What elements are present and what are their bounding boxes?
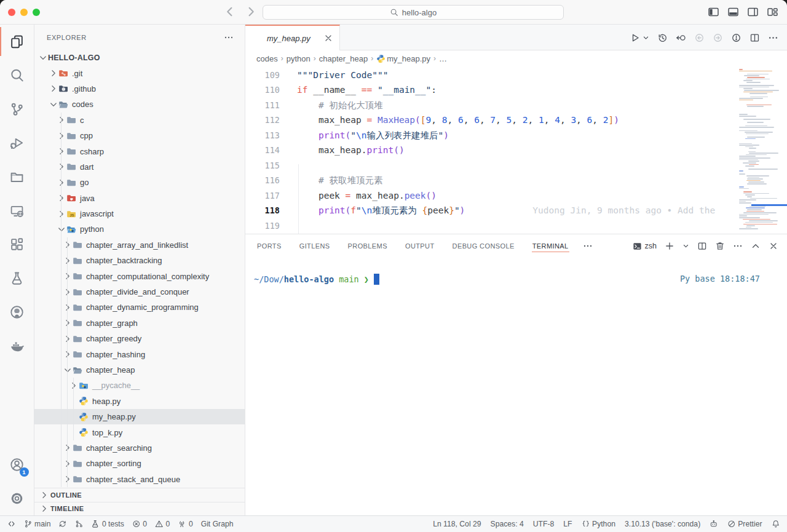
panel-tab-output[interactable]: OUTPUT [405, 236, 435, 256]
tree-item-chapter-searching[interactable]: chapter_searching [34, 440, 245, 456]
file-history-icon[interactable] [657, 33, 668, 43]
toggle-secondary-sidebar-icon[interactable] [747, 6, 759, 18]
run-debug-icon[interactable] [0, 126, 34, 160]
status-cursor-position[interactable]: Ln 118, Col 29 [433, 520, 481, 528]
panel-more-tabs-icon[interactable] [583, 241, 593, 251]
timeline-section[interactable]: TIMELINE [34, 502, 245, 516]
tree-item--git[interactable]: .git [34, 65, 245, 81]
status-eol[interactable]: LF [563, 520, 572, 528]
new-terminal-icon[interactable] [665, 241, 674, 251]
minimize-window-button[interactable] [20, 9, 28, 16]
nav-back-icon[interactable] [223, 5, 236, 18]
tree-item-dart[interactable]: dart [34, 159, 245, 175]
panel-tab-gitlens[interactable]: GITLENS [299, 236, 331, 256]
nav-forward-icon[interactable] [245, 5, 258, 18]
settings-gear-icon[interactable] [0, 482, 34, 515]
status-copilot[interactable] [710, 520, 718, 528]
status-errors[interactable]: 0 [132, 520, 147, 528]
status-remote-indicator[interactable] [7, 520, 16, 528]
status-git-branch[interactable]: main [24, 520, 51, 528]
tree-item-cpp[interactable]: cpp [34, 128, 245, 143]
tree-item-top-k-py[interactable]: top_k.py [34, 424, 245, 440]
outline-section[interactable]: OUTLINE [34, 488, 245, 502]
tree-item-chapter-dynamic-programming[interactable]: chapter_dynamic_programming [34, 300, 245, 315]
tree-item-hello-algo[interactable]: HELLO-ALGO [34, 50, 245, 65]
run-python-file-icon[interactable] [630, 33, 640, 43]
code-editor[interactable]: 109"""Driver Code"""110if __name__ == "_… [245, 66, 787, 234]
tree-item-javascript[interactable]: JSjavascript [34, 206, 245, 221]
tree-item-python[interactable]: python [34, 221, 245, 237]
tree-item-my-heap-py[interactable]: my_heap.py [34, 409, 245, 424]
tree-item-chapter-divide-and-conquer[interactable]: chapter_divide_and_conquer [34, 284, 245, 300]
tree-item-chapter-greedy[interactable]: chapter_greedy [34, 331, 245, 346]
tab-my-heap[interactable]: my_heap.py [245, 25, 340, 50]
status-indentation[interactable]: Spaces: 4 [491, 520, 524, 528]
command-center-search[interactable]: hello-algo [263, 5, 564, 20]
terminal-view[interactable]: ~/Dow/hello-algo main ❯ Py base 18:18:47 [245, 258, 787, 515]
project-manager-icon[interactable] [0, 160, 34, 194]
breadcrumb-item[interactable]: … [439, 54, 447, 63]
docker-icon[interactable] [0, 329, 34, 363]
github-icon[interactable] [0, 295, 34, 329]
previous-change-icon[interactable] [694, 33, 705, 43]
accounts-icon[interactable]: 1 [0, 448, 34, 482]
tree-item-chapter-graph[interactable]: chapter_graph [34, 316, 245, 331]
testing-icon[interactable] [0, 261, 34, 295]
customize-layout-icon[interactable] [767, 6, 778, 18]
status-sync-changes[interactable] [58, 520, 67, 528]
explorer-icon[interactable] [0, 25, 34, 58]
tree-item-chapter-stack-and-queue[interactable]: chapter_stack_and_queue [34, 472, 245, 487]
status-git-graph[interactable]: Git Graph [201, 520, 234, 528]
breadcrumb-item[interactable]: chapter_heap [319, 54, 368, 63]
maximize-panel-icon[interactable] [751, 241, 761, 251]
explorer-more-actions-icon[interactable] [224, 33, 234, 42]
toggle-sidebar-icon[interactable] [708, 6, 719, 18]
editor-more-actions-icon[interactable] [768, 33, 778, 43]
terminal-shell-selector[interactable]: zsh [633, 242, 657, 251]
status-encoding[interactable]: UTF-8 [533, 520, 555, 528]
tree-item-heap-py[interactable]: heap.py [34, 394, 245, 409]
terminal-dropdown-icon[interactable] [682, 241, 689, 251]
split-editor-icon[interactable] [749, 33, 760, 43]
tree-item-java[interactable]: java [34, 191, 245, 206]
tree-item-chapter-backtracking[interactable]: chapter_backtracking [34, 253, 245, 268]
close-window-button[interactable] [8, 9, 15, 16]
tree-item-chapter-array-and-linkedlist[interactable]: chapter_array_and_linkedlist [34, 237, 245, 253]
panel-more-actions-icon[interactable] [733, 241, 743, 251]
panel-tab-debug-console[interactable]: DEBUG CONSOLE [452, 236, 515, 256]
tree-item-codes[interactable]: codes [34, 97, 245, 112]
tree-item-chapter-heap[interactable]: chapter_heap [34, 362, 245, 378]
status-git-graph-icon-item[interactable] [75, 520, 84, 528]
minimap[interactable] [735, 66, 787, 234]
remote-explorer-icon[interactable] [0, 194, 34, 228]
status-prettier[interactable]: Prettier [727, 520, 762, 528]
panel-tab-problems[interactable]: PROBLEMS [347, 236, 388, 256]
status-feedback[interactable]: 0 [178, 520, 192, 528]
panel-tab-ports[interactable]: PORTS [256, 236, 282, 256]
breadcrumb-item[interactable]: my_heap.py [376, 54, 430, 63]
toggle-panel-icon[interactable] [727, 6, 739, 18]
status-notifications[interactable] [772, 520, 780, 528]
run-dropdown-icon[interactable] [643, 34, 649, 41]
panel-tab-terminal[interactable]: TERMINAL [532, 236, 569, 256]
zoom-window-button[interactable] [33, 9, 40, 16]
breadcrumb-item[interactable]: python [287, 54, 310, 63]
tree-item-chapter-sorting[interactable]: chapter_sorting [34, 456, 245, 471]
commit-graph-icon[interactable] [731, 33, 742, 43]
tree-item--pycache-[interactable]: __pycache__ [34, 378, 245, 393]
next-change-icon[interactable] [713, 33, 723, 43]
status-python-interpreter[interactable]: 3.10.13 ('base': conda) [625, 520, 700, 528]
close-panel-icon[interactable] [769, 241, 778, 251]
split-terminal-icon[interactable] [697, 241, 707, 251]
status-language-mode[interactable]: Python [582, 520, 615, 528]
tree-item--github[interactable]: .github [34, 81, 245, 97]
tree-item-csharp[interactable]: csharp [34, 143, 245, 159]
tree-item-go[interactable]: go [34, 175, 245, 190]
kill-terminal-icon[interactable] [715, 241, 725, 251]
tab-close-icon[interactable] [323, 33, 333, 43]
status-warnings[interactable]: 0 [155, 520, 170, 528]
breadcrumb-item[interactable]: codes [256, 54, 278, 63]
status-test-status[interactable]: 0 tests [91, 520, 124, 528]
tree-item-chapter-hashing[interactable]: chapter_hashing [34, 346, 245, 362]
tree-item-c[interactable]: c [34, 113, 245, 128]
